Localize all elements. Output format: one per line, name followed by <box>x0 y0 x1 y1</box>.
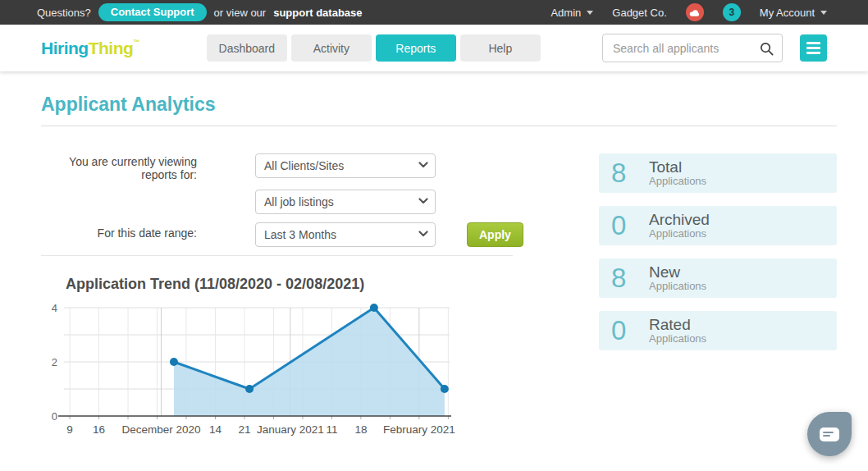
stat-card-new: 8 New Applications <box>599 258 837 298</box>
x-tick-label: 14 <box>209 423 222 436</box>
stat-sublabel: Applications <box>649 176 706 187</box>
trend-chart-svg: 02491614211118February 2021December 2020… <box>49 301 459 439</box>
stat-value: 0 <box>611 315 642 346</box>
tab-dashboard[interactable]: Dashboard <box>207 34 287 62</box>
chat-bubble-icon <box>820 428 839 441</box>
chat-launcher-button[interactable] <box>807 412 852 456</box>
jobs-filter-row: All job listings <box>41 190 565 214</box>
admin-label: Admin <box>550 7 581 19</box>
data-point[interactable] <box>441 385 449 393</box>
date-select-wrap: Last 3 Months <box>255 222 436 247</box>
clients-filter-row: You are currently viewing reports for: A… <box>41 153 565 181</box>
my-account-label: My Account <box>760 7 815 19</box>
tab-help[interactable]: Help <box>460 34 541 62</box>
hamburger-icon <box>806 42 820 44</box>
stat-label: Rated <box>649 317 706 333</box>
stat-label: New <box>649 264 706 281</box>
jobs-select-wrap: All job listings <box>255 190 436 214</box>
chart-title: Application Trend (11/08/2020 - 02/08/20… <box>66 276 565 293</box>
y-tick-label: 2 <box>52 356 57 368</box>
data-point[interactable] <box>245 385 254 393</box>
y-tick-label: 4 <box>52 302 57 314</box>
application-trend-chart: 02491614211118February 2021December 2020… <box>49 301 459 439</box>
report-column: You are currently viewing reports for: A… <box>41 153 565 439</box>
x-tick-label: 18 <box>354 423 367 436</box>
support-links: Questions? Contact Support or view our s… <box>37 3 363 21</box>
cloud-icon <box>688 8 701 17</box>
search-icon <box>759 41 774 57</box>
date-range-label: For this date range: <box>41 222 197 240</box>
menu-button[interactable] <box>800 34 827 62</box>
admin-menu[interactable]: Admin <box>550 7 593 19</box>
x-tick-label: January 2021 <box>257 423 324 436</box>
main-navbar: HiringThing™ Dashboard Activity Reports … <box>0 25 868 71</box>
top-utility-bar: Questions? Contact Support or view our s… <box>0 0 868 25</box>
stat-sublabel: Applications <box>649 228 710 240</box>
page: Questions? Contact Support or view our s… <box>0 0 868 471</box>
data-point[interactable] <box>170 358 178 366</box>
nav-tabs: Dashboard Activity Reports Help <box>207 34 541 62</box>
x-tick-label: 16 <box>93 423 105 436</box>
apply-button[interactable]: Apply <box>467 222 523 247</box>
stat-sublabel: Applications <box>649 281 706 292</box>
stat-value: 8 <box>611 263 642 294</box>
stat-value: 0 <box>611 210 642 241</box>
x-tick-label: 11 <box>326 423 337 436</box>
filter-divider <box>41 255 513 256</box>
page-title: Applicant Analytics <box>41 94 837 116</box>
tab-activity[interactable]: Activity <box>291 34 372 62</box>
x-tick-label: December 2020 <box>121 423 200 436</box>
viewing-reports-label: You are currently viewing reports for: <box>41 153 197 181</box>
stat-card-total: 8 Total Applications <box>599 153 837 193</box>
data-point[interactable] <box>370 304 378 312</box>
job-listings-select[interactable]: All job listings <box>255 190 436 214</box>
stat-card-archived: 0 Archived Applications <box>599 206 837 245</box>
account-area: Admin Gadget Co. 3 My Account <box>550 3 827 21</box>
clients-select-wrap: All Clients/Sites <box>255 153 436 178</box>
notification-badge[interactable]: 3 <box>723 3 741 21</box>
questions-label: Questions? <box>37 7 91 19</box>
or-view-our-label: or view our <box>214 7 267 19</box>
x-tick-label: 21 <box>238 423 250 436</box>
stat-card-rated: 0 Rated Applications <box>599 311 837 350</box>
x-tick-label: 9 <box>66 423 73 436</box>
chevron-down-icon <box>587 11 593 15</box>
date-filter-row: For this date range: Last 3 Months Apply <box>41 222 565 247</box>
hiringthing-logo[interactable]: HiringThing™ <box>41 39 139 58</box>
title-divider <box>41 126 837 126</box>
support-database-link[interactable]: support database <box>273 7 362 19</box>
trademark-symbol: ™ <box>133 39 139 46</box>
alert-badge[interactable] <box>686 3 704 21</box>
stat-value: 8 <box>611 158 642 189</box>
stat-label: Total <box>649 159 706 176</box>
my-account-menu[interactable]: My Account <box>760 7 827 19</box>
search-input[interactable] <box>602 34 783 62</box>
applicant-search <box>602 34 783 62</box>
company-name[interactable]: Gadget Co. <box>612 7 667 19</box>
stat-sublabel: Applications <box>649 333 706 345</box>
search-button[interactable] <box>757 39 776 61</box>
stats-sidebar: 8 Total Applications 0 Archived Applicat… <box>599 153 837 439</box>
date-range-select[interactable]: Last 3 Months <box>255 222 436 247</box>
y-tick-label: 0 <box>52 410 57 423</box>
clients-sites-select[interactable]: All Clients/Sites <box>255 153 436 178</box>
chevron-down-icon <box>820 11 827 15</box>
notification-count: 3 <box>729 7 734 18</box>
contact-support-button[interactable]: Contact Support <box>98 3 207 21</box>
x-tick-label: February 2021 <box>383 423 455 436</box>
content: Applicant Analytics You are currently vi… <box>0 94 868 439</box>
tab-reports[interactable]: Reports <box>376 34 456 62</box>
stat-label: Archived <box>649 212 710 228</box>
